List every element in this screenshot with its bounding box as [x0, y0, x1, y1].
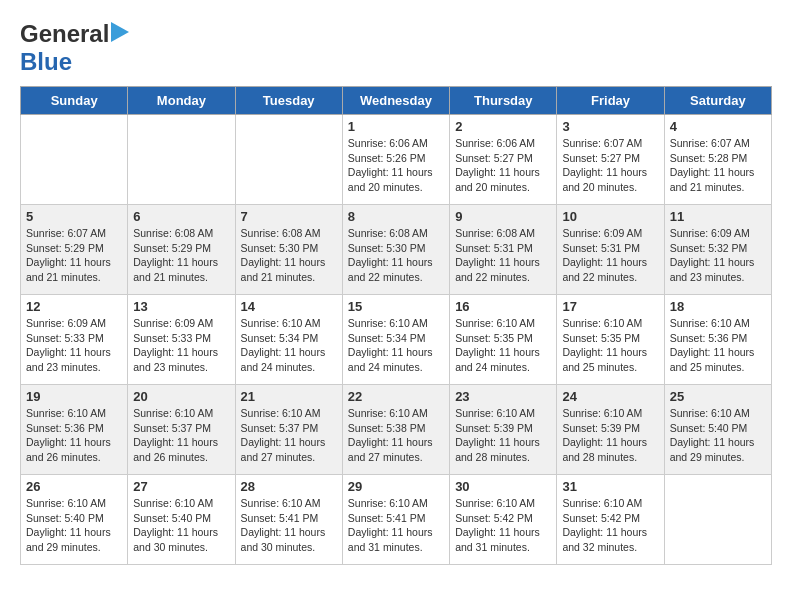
calendar-cell: 13Sunrise: 6:09 AM Sunset: 5:33 PM Dayli…	[128, 295, 235, 385]
day-number: 8	[348, 209, 444, 224]
day-number: 26	[26, 479, 122, 494]
day-info: Sunrise: 6:07 AM Sunset: 5:28 PM Dayligh…	[670, 136, 766, 195]
day-info: Sunrise: 6:10 AM Sunset: 5:38 PM Dayligh…	[348, 406, 444, 465]
calendar-cell: 9Sunrise: 6:08 AM Sunset: 5:31 PM Daylig…	[450, 205, 557, 295]
calendar-cell: 14Sunrise: 6:10 AM Sunset: 5:34 PM Dayli…	[235, 295, 342, 385]
calendar-cell: 20Sunrise: 6:10 AM Sunset: 5:37 PM Dayli…	[128, 385, 235, 475]
calendar-cell: 28Sunrise: 6:10 AM Sunset: 5:41 PM Dayli…	[235, 475, 342, 565]
day-number: 27	[133, 479, 229, 494]
day-number: 17	[562, 299, 658, 314]
calendar-cell: 18Sunrise: 6:10 AM Sunset: 5:36 PM Dayli…	[664, 295, 771, 385]
logo: General Blue	[20, 20, 129, 76]
calendar-cell: 11Sunrise: 6:09 AM Sunset: 5:32 PM Dayli…	[664, 205, 771, 295]
calendar-cell: 6Sunrise: 6:08 AM Sunset: 5:29 PM Daylig…	[128, 205, 235, 295]
day-info: Sunrise: 6:10 AM Sunset: 5:37 PM Dayligh…	[241, 406, 337, 465]
day-number: 22	[348, 389, 444, 404]
calendar-cell: 16Sunrise: 6:10 AM Sunset: 5:35 PM Dayli…	[450, 295, 557, 385]
day-number: 21	[241, 389, 337, 404]
col-header-saturday: Saturday	[664, 87, 771, 115]
logo-arrow-icon	[111, 22, 129, 42]
svg-marker-0	[111, 22, 129, 42]
day-info: Sunrise: 6:08 AM Sunset: 5:29 PM Dayligh…	[133, 226, 229, 285]
col-header-monday: Monday	[128, 87, 235, 115]
calendar-cell	[21, 115, 128, 205]
day-info: Sunrise: 6:10 AM Sunset: 5:42 PM Dayligh…	[455, 496, 551, 555]
calendar-cell: 24Sunrise: 6:10 AM Sunset: 5:39 PM Dayli…	[557, 385, 664, 475]
day-info: Sunrise: 6:09 AM Sunset: 5:33 PM Dayligh…	[26, 316, 122, 375]
day-info: Sunrise: 6:10 AM Sunset: 5:40 PM Dayligh…	[26, 496, 122, 555]
calendar-cell: 31Sunrise: 6:10 AM Sunset: 5:42 PM Dayli…	[557, 475, 664, 565]
day-number: 13	[133, 299, 229, 314]
day-number: 28	[241, 479, 337, 494]
day-info: Sunrise: 6:10 AM Sunset: 5:36 PM Dayligh…	[670, 316, 766, 375]
day-info: Sunrise: 6:09 AM Sunset: 5:33 PM Dayligh…	[133, 316, 229, 375]
day-info: Sunrise: 6:10 AM Sunset: 5:41 PM Dayligh…	[348, 496, 444, 555]
day-number: 31	[562, 479, 658, 494]
day-number: 1	[348, 119, 444, 134]
day-info: Sunrise: 6:10 AM Sunset: 5:39 PM Dayligh…	[455, 406, 551, 465]
day-info: Sunrise: 6:10 AM Sunset: 5:39 PM Dayligh…	[562, 406, 658, 465]
day-number: 30	[455, 479, 551, 494]
day-number: 19	[26, 389, 122, 404]
day-number: 11	[670, 209, 766, 224]
calendar-cell	[664, 475, 771, 565]
day-number: 16	[455, 299, 551, 314]
day-number: 18	[670, 299, 766, 314]
day-number: 12	[26, 299, 122, 314]
day-number: 6	[133, 209, 229, 224]
day-info: Sunrise: 6:08 AM Sunset: 5:30 PM Dayligh…	[348, 226, 444, 285]
day-info: Sunrise: 6:10 AM Sunset: 5:42 PM Dayligh…	[562, 496, 658, 555]
calendar-cell: 21Sunrise: 6:10 AM Sunset: 5:37 PM Dayli…	[235, 385, 342, 475]
calendar-cell: 30Sunrise: 6:10 AM Sunset: 5:42 PM Dayli…	[450, 475, 557, 565]
col-header-friday: Friday	[557, 87, 664, 115]
day-info: Sunrise: 6:10 AM Sunset: 5:40 PM Dayligh…	[670, 406, 766, 465]
calendar-cell: 22Sunrise: 6:10 AM Sunset: 5:38 PM Dayli…	[342, 385, 449, 475]
day-info: Sunrise: 6:10 AM Sunset: 5:37 PM Dayligh…	[133, 406, 229, 465]
calendar-cell: 5Sunrise: 6:07 AM Sunset: 5:29 PM Daylig…	[21, 205, 128, 295]
day-info: Sunrise: 6:10 AM Sunset: 5:34 PM Dayligh…	[241, 316, 337, 375]
calendar-cell: 19Sunrise: 6:10 AM Sunset: 5:36 PM Dayli…	[21, 385, 128, 475]
col-header-thursday: Thursday	[450, 87, 557, 115]
day-info: Sunrise: 6:10 AM Sunset: 5:36 PM Dayligh…	[26, 406, 122, 465]
day-info: Sunrise: 6:06 AM Sunset: 5:27 PM Dayligh…	[455, 136, 551, 195]
calendar-cell: 12Sunrise: 6:09 AM Sunset: 5:33 PM Dayli…	[21, 295, 128, 385]
logo-general: General	[20, 20, 109, 48]
day-info: Sunrise: 6:09 AM Sunset: 5:31 PM Dayligh…	[562, 226, 658, 285]
calendar-cell: 2Sunrise: 6:06 AM Sunset: 5:27 PM Daylig…	[450, 115, 557, 205]
day-number: 4	[670, 119, 766, 134]
calendar-cell: 27Sunrise: 6:10 AM Sunset: 5:40 PM Dayli…	[128, 475, 235, 565]
calendar-cell	[128, 115, 235, 205]
day-number: 10	[562, 209, 658, 224]
day-info: Sunrise: 6:10 AM Sunset: 5:41 PM Dayligh…	[241, 496, 337, 555]
day-info: Sunrise: 6:10 AM Sunset: 5:35 PM Dayligh…	[562, 316, 658, 375]
day-number: 5	[26, 209, 122, 224]
calendar-cell: 10Sunrise: 6:09 AM Sunset: 5:31 PM Dayli…	[557, 205, 664, 295]
calendar-cell: 17Sunrise: 6:10 AM Sunset: 5:35 PM Dayli…	[557, 295, 664, 385]
logo-blue: Blue	[20, 48, 72, 75]
day-info: Sunrise: 6:10 AM Sunset: 5:34 PM Dayligh…	[348, 316, 444, 375]
day-number: 2	[455, 119, 551, 134]
day-number: 24	[562, 389, 658, 404]
calendar-cell: 15Sunrise: 6:10 AM Sunset: 5:34 PM Dayli…	[342, 295, 449, 385]
day-number: 15	[348, 299, 444, 314]
col-header-wednesday: Wednesday	[342, 87, 449, 115]
day-info: Sunrise: 6:07 AM Sunset: 5:29 PM Dayligh…	[26, 226, 122, 285]
day-info: Sunrise: 6:09 AM Sunset: 5:32 PM Dayligh…	[670, 226, 766, 285]
day-number: 14	[241, 299, 337, 314]
calendar-cell: 25Sunrise: 6:10 AM Sunset: 5:40 PM Dayli…	[664, 385, 771, 475]
calendar-cell: 7Sunrise: 6:08 AM Sunset: 5:30 PM Daylig…	[235, 205, 342, 295]
col-header-sunday: Sunday	[21, 87, 128, 115]
day-number: 3	[562, 119, 658, 134]
day-number: 20	[133, 389, 229, 404]
calendar-cell	[235, 115, 342, 205]
page-header: General Blue	[20, 20, 772, 76]
day-number: 25	[670, 389, 766, 404]
day-number: 29	[348, 479, 444, 494]
calendar-cell: 29Sunrise: 6:10 AM Sunset: 5:41 PM Dayli…	[342, 475, 449, 565]
day-info: Sunrise: 6:08 AM Sunset: 5:31 PM Dayligh…	[455, 226, 551, 285]
day-number: 23	[455, 389, 551, 404]
day-info: Sunrise: 6:08 AM Sunset: 5:30 PM Dayligh…	[241, 226, 337, 285]
calendar-cell: 3Sunrise: 6:07 AM Sunset: 5:27 PM Daylig…	[557, 115, 664, 205]
day-number: 9	[455, 209, 551, 224]
calendar-week-row: 12Sunrise: 6:09 AM Sunset: 5:33 PM Dayli…	[21, 295, 772, 385]
